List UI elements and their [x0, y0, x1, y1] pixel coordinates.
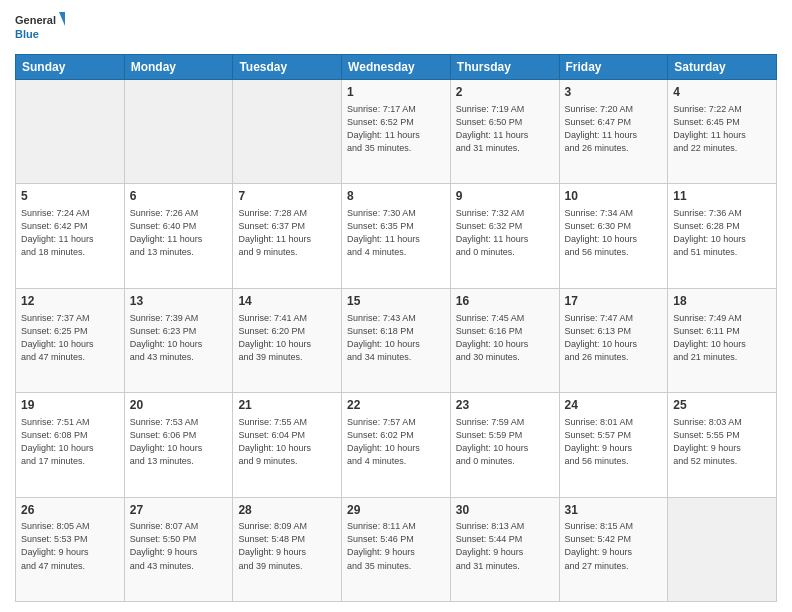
calendar-cell: 2Sunrise: 7:19 AM Sunset: 6:50 PM Daylig…	[450, 80, 559, 184]
calendar-cell: 13Sunrise: 7:39 AM Sunset: 6:23 PM Dayli…	[124, 288, 233, 392]
day-info: Sunrise: 7:34 AM Sunset: 6:30 PM Dayligh…	[565, 207, 663, 259]
day-number: 27	[130, 502, 228, 519]
day-number: 24	[565, 397, 663, 414]
svg-marker-2	[59, 12, 65, 26]
day-number: 8	[347, 188, 445, 205]
day-number: 25	[673, 397, 771, 414]
day-number: 31	[565, 502, 663, 519]
calendar-cell: 29Sunrise: 8:11 AM Sunset: 5:46 PM Dayli…	[342, 497, 451, 601]
day-number: 2	[456, 84, 554, 101]
day-info: Sunrise: 7:43 AM Sunset: 6:18 PM Dayligh…	[347, 312, 445, 364]
day-number: 20	[130, 397, 228, 414]
day-info: Sunrise: 7:39 AM Sunset: 6:23 PM Dayligh…	[130, 312, 228, 364]
calendar-cell: 26Sunrise: 8:05 AM Sunset: 5:53 PM Dayli…	[16, 497, 125, 601]
calendar-week-3: 12Sunrise: 7:37 AM Sunset: 6:25 PM Dayli…	[16, 288, 777, 392]
day-info: Sunrise: 8:07 AM Sunset: 5:50 PM Dayligh…	[130, 520, 228, 572]
day-info: Sunrise: 8:05 AM Sunset: 5:53 PM Dayligh…	[21, 520, 119, 572]
day-number: 14	[238, 293, 336, 310]
day-info: Sunrise: 7:32 AM Sunset: 6:32 PM Dayligh…	[456, 207, 554, 259]
weekday-header-thursday: Thursday	[450, 55, 559, 80]
calendar-cell: 25Sunrise: 8:03 AM Sunset: 5:55 PM Dayli…	[668, 393, 777, 497]
day-info: Sunrise: 8:13 AM Sunset: 5:44 PM Dayligh…	[456, 520, 554, 572]
day-number: 7	[238, 188, 336, 205]
calendar-cell: 31Sunrise: 8:15 AM Sunset: 5:42 PM Dayli…	[559, 497, 668, 601]
day-number: 17	[565, 293, 663, 310]
calendar-week-2: 5Sunrise: 7:24 AM Sunset: 6:42 PM Daylig…	[16, 184, 777, 288]
weekday-header-saturday: Saturday	[668, 55, 777, 80]
weekday-header-sunday: Sunday	[16, 55, 125, 80]
calendar-cell: 18Sunrise: 7:49 AM Sunset: 6:11 PM Dayli…	[668, 288, 777, 392]
calendar-cell	[16, 80, 125, 184]
calendar-cell: 24Sunrise: 8:01 AM Sunset: 5:57 PM Dayli…	[559, 393, 668, 497]
day-number: 26	[21, 502, 119, 519]
calendar-cell: 3Sunrise: 7:20 AM Sunset: 6:47 PM Daylig…	[559, 80, 668, 184]
weekday-header-monday: Monday	[124, 55, 233, 80]
weekday-header-row: SundayMondayTuesdayWednesdayThursdayFrid…	[16, 55, 777, 80]
calendar-cell: 9Sunrise: 7:32 AM Sunset: 6:32 PM Daylig…	[450, 184, 559, 288]
day-info: Sunrise: 7:20 AM Sunset: 6:47 PM Dayligh…	[565, 103, 663, 155]
day-info: Sunrise: 8:03 AM Sunset: 5:55 PM Dayligh…	[673, 416, 771, 468]
day-info: Sunrise: 7:47 AM Sunset: 6:13 PM Dayligh…	[565, 312, 663, 364]
day-number: 12	[21, 293, 119, 310]
day-number: 10	[565, 188, 663, 205]
day-number: 13	[130, 293, 228, 310]
calendar-week-5: 26Sunrise: 8:05 AM Sunset: 5:53 PM Dayli…	[16, 497, 777, 601]
logo-icon: General Blue	[15, 10, 65, 46]
day-number: 15	[347, 293, 445, 310]
day-number: 28	[238, 502, 336, 519]
calendar-cell: 30Sunrise: 8:13 AM Sunset: 5:44 PM Dayli…	[450, 497, 559, 601]
page: General Blue SundayMondayTuesdayWednesda…	[0, 0, 792, 612]
day-info: Sunrise: 7:17 AM Sunset: 6:52 PM Dayligh…	[347, 103, 445, 155]
day-info: Sunrise: 7:59 AM Sunset: 5:59 PM Dayligh…	[456, 416, 554, 468]
calendar-cell: 17Sunrise: 7:47 AM Sunset: 6:13 PM Dayli…	[559, 288, 668, 392]
calendar-cell: 22Sunrise: 7:57 AM Sunset: 6:02 PM Dayli…	[342, 393, 451, 497]
calendar-cell: 20Sunrise: 7:53 AM Sunset: 6:06 PM Dayli…	[124, 393, 233, 497]
day-info: Sunrise: 7:36 AM Sunset: 6:28 PM Dayligh…	[673, 207, 771, 259]
day-info: Sunrise: 7:49 AM Sunset: 6:11 PM Dayligh…	[673, 312, 771, 364]
day-info: Sunrise: 7:24 AM Sunset: 6:42 PM Dayligh…	[21, 207, 119, 259]
calendar-cell: 5Sunrise: 7:24 AM Sunset: 6:42 PM Daylig…	[16, 184, 125, 288]
day-info: Sunrise: 8:15 AM Sunset: 5:42 PM Dayligh…	[565, 520, 663, 572]
calendar-cell: 11Sunrise: 7:36 AM Sunset: 6:28 PM Dayli…	[668, 184, 777, 288]
weekday-header-tuesday: Tuesday	[233, 55, 342, 80]
header: General Blue	[15, 10, 777, 46]
weekday-header-wednesday: Wednesday	[342, 55, 451, 80]
calendar-cell	[124, 80, 233, 184]
day-info: Sunrise: 8:09 AM Sunset: 5:48 PM Dayligh…	[238, 520, 336, 572]
day-info: Sunrise: 7:51 AM Sunset: 6:08 PM Dayligh…	[21, 416, 119, 468]
day-info: Sunrise: 7:57 AM Sunset: 6:02 PM Dayligh…	[347, 416, 445, 468]
day-info: Sunrise: 8:11 AM Sunset: 5:46 PM Dayligh…	[347, 520, 445, 572]
calendar-cell: 6Sunrise: 7:26 AM Sunset: 6:40 PM Daylig…	[124, 184, 233, 288]
day-info: Sunrise: 7:45 AM Sunset: 6:16 PM Dayligh…	[456, 312, 554, 364]
calendar-cell	[668, 497, 777, 601]
day-number: 9	[456, 188, 554, 205]
svg-text:Blue: Blue	[15, 28, 39, 40]
day-number: 5	[21, 188, 119, 205]
svg-text:General: General	[15, 14, 56, 26]
day-info: Sunrise: 7:53 AM Sunset: 6:06 PM Dayligh…	[130, 416, 228, 468]
day-number: 11	[673, 188, 771, 205]
day-number: 16	[456, 293, 554, 310]
calendar-cell: 27Sunrise: 8:07 AM Sunset: 5:50 PM Dayli…	[124, 497, 233, 601]
calendar-cell: 15Sunrise: 7:43 AM Sunset: 6:18 PM Dayli…	[342, 288, 451, 392]
calendar-cell: 28Sunrise: 8:09 AM Sunset: 5:48 PM Dayli…	[233, 497, 342, 601]
day-info: Sunrise: 7:41 AM Sunset: 6:20 PM Dayligh…	[238, 312, 336, 364]
day-info: Sunrise: 7:55 AM Sunset: 6:04 PM Dayligh…	[238, 416, 336, 468]
day-info: Sunrise: 7:37 AM Sunset: 6:25 PM Dayligh…	[21, 312, 119, 364]
day-number: 29	[347, 502, 445, 519]
calendar-cell: 21Sunrise: 7:55 AM Sunset: 6:04 PM Dayli…	[233, 393, 342, 497]
calendar-cell: 12Sunrise: 7:37 AM Sunset: 6:25 PM Dayli…	[16, 288, 125, 392]
day-number: 22	[347, 397, 445, 414]
day-info: Sunrise: 7:28 AM Sunset: 6:37 PM Dayligh…	[238, 207, 336, 259]
day-number: 6	[130, 188, 228, 205]
calendar-cell: 19Sunrise: 7:51 AM Sunset: 6:08 PM Dayli…	[16, 393, 125, 497]
calendar-cell: 16Sunrise: 7:45 AM Sunset: 6:16 PM Dayli…	[450, 288, 559, 392]
calendar-cell: 1Sunrise: 7:17 AM Sunset: 6:52 PM Daylig…	[342, 80, 451, 184]
calendar-table: SundayMondayTuesdayWednesdayThursdayFrid…	[15, 54, 777, 602]
calendar-cell: 7Sunrise: 7:28 AM Sunset: 6:37 PM Daylig…	[233, 184, 342, 288]
calendar-cell: 4Sunrise: 7:22 AM Sunset: 6:45 PM Daylig…	[668, 80, 777, 184]
day-number: 1	[347, 84, 445, 101]
day-number: 21	[238, 397, 336, 414]
day-number: 18	[673, 293, 771, 310]
calendar-cell: 14Sunrise: 7:41 AM Sunset: 6:20 PM Dayli…	[233, 288, 342, 392]
